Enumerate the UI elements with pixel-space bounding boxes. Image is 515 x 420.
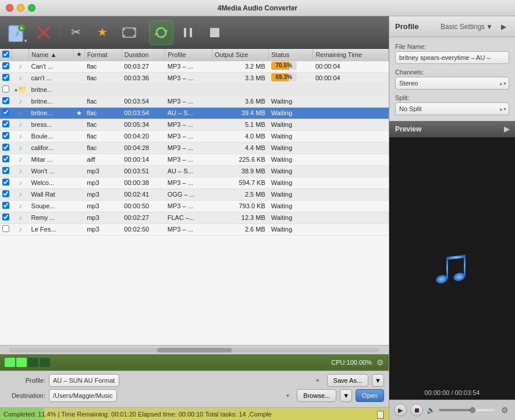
table-row[interactable]: ♪ Mitar ... aiff 00:00:14 MP3 – ... 225.… [0,154,389,165]
row-checkbox-cell[interactable] [0,223,12,235]
row-checkbox[interactable] [2,179,9,186]
col-duration[interactable]: Duration [122,49,165,60]
stop-preview-button[interactable]: ⏹ [410,404,423,417]
table-row[interactable]: ♪ britne... ★ flac 00:03:54 AU – S... 39… [0,107,389,119]
row-duration: 00:00:14 [122,154,165,165]
split-select-wrap[interactable]: No Split [395,102,509,115]
row-checkbox-cell[interactable] [0,177,12,188]
table-row[interactable]: ♪ Welco... mp3 00:00:38 MP3 – ... 594.7 … [0,177,389,188]
basic-settings-button[interactable]: Basic Settings ▼ [441,23,493,31]
profile-row: Profile: AU – SUN AU Format Save As... ▼ [5,374,384,387]
browse-button[interactable]: Browse... [297,389,336,402]
remove-button[interactable] [31,20,56,45]
video-button[interactable] [117,20,141,45]
close-button[interactable] [6,4,13,12]
row-checkbox[interactable] [2,225,9,232]
maximize-button[interactable] [28,4,35,12]
row-checkbox[interactable] [2,132,9,139]
table-row[interactable]: ♪ Le Fes... mp3 00:02:50 MP3 – ... 2.6 M… [0,223,389,235]
col-name[interactable]: Name ▲ [29,49,74,60]
col-remaining[interactable]: Remaining Time [313,49,389,60]
table-row[interactable]: ♪ Can't ... flac 00:03:27 MP3 – ... 3.2 … [0,60,389,72]
cut-button[interactable]: ✂ [63,20,88,45]
file-table-container[interactable]: Name ▲ ★ Format Duration Profile Output … [0,49,389,345]
right-panel-expand-button[interactable]: ▶ [498,21,509,33]
row-checkbox-cell[interactable] [0,60,12,72]
row-checkbox-cell[interactable] [0,212,12,223]
row-checkbox-cell[interactable] [0,154,12,165]
horizontal-scrollbar[interactable] [0,345,389,354]
row-checkbox-cell[interactable] [0,95,12,107]
row-checkbox-cell[interactable] [0,107,12,119]
row-checkbox[interactable] [2,155,9,162]
row-checkbox[interactable] [2,97,9,104]
play-button[interactable]: ▶ [394,404,407,417]
window-controls[interactable] [6,4,35,12]
row-checkbox[interactable] [2,86,9,92]
col-format[interactable]: Format [84,49,122,60]
col-profile[interactable]: Profile [165,49,212,60]
split-select[interactable]: No Split [395,102,509,115]
table-row[interactable]: ♪ Soupe... mp3 00:00:50 MP3 – ... 793.0 … [0,200,389,212]
row-status: Waiting [269,165,313,177]
browse-dropdown-button[interactable]: ▼ [340,389,352,402]
favorites-button[interactable]: ★ [90,20,115,45]
row-checkbox-cell[interactable] [0,200,12,212]
save-as-button[interactable]: Save As... [327,374,369,387]
file-name-input[interactable] [395,51,509,64]
save-dropdown-button[interactable]: ▼ [372,374,384,387]
row-checkbox-cell[interactable] [0,165,12,177]
profile-select-wrap[interactable]: AU – SUN AU Format [49,374,324,387]
row-checkbox[interactable] [2,74,9,81]
row-checkbox[interactable] [2,109,9,116]
row-checkbox-cell[interactable] [0,84,12,95]
table-row[interactable]: ●📁 britne... [0,84,389,95]
table-row[interactable]: ♪ Won't ... mp3 00:03:51 AU – S... 38.9 … [0,165,389,177]
row-checkbox-cell[interactable] [0,188,12,200]
channels-select-wrap[interactable]: Stereo [395,77,509,90]
table-row[interactable]: ♪ Boule... flac 00:04:20 MP3 – ... 4.0 M… [0,130,389,142]
row-checkbox-cell[interactable] [0,142,12,154]
row-checkbox[interactable] [2,62,9,69]
table-row[interactable]: ♪ Remy ... mp3 00:02:27 FLAC –... 12.3 M… [0,212,389,223]
table-row[interactable]: ♪ califor... flac 00:04:28 MP3 – ... 4.4… [0,142,389,154]
profile-select[interactable]: AU – SUN AU Format [49,374,119,387]
row-checkbox[interactable] [2,144,9,151]
destination-select-wrap[interactable]: /Users/Maggie/Music [49,389,293,402]
row-checkbox[interactable] [2,167,9,174]
log-icon[interactable]: 📋 [375,410,385,419]
table-row[interactable]: ♪ britne... flac 00:03:54 MP3 – ... 3.6 … [0,95,389,107]
preview-expand-button[interactable]: ▶ [504,125,509,133]
col-output-size[interactable]: Output Size [212,49,268,60]
add-file-button[interactable]: ♪ + ▼ [5,20,29,45]
pause-button[interactable] [176,20,200,45]
volume-thumb[interactable] [470,407,475,413]
row-checkbox[interactable] [2,120,9,127]
col-status[interactable]: Status [269,49,313,60]
row-checkbox-cell[interactable] [0,72,12,84]
row-checkbox[interactable] [2,213,9,220]
table-row[interactable]: ♪ can't ... flac 00:03:36 MP3 – ... 3.3 … [0,72,389,84]
row-checkbox[interactable] [2,202,9,209]
profile-tab[interactable]: Profile [395,22,418,31]
row-star [73,95,84,107]
volume-slider[interactable] [439,409,495,411]
convert-button[interactable] [149,20,173,45]
channels-select[interactable]: Stereo [395,77,509,90]
minimize-button[interactable] [17,4,24,12]
table-row[interactable]: ♪ bress... flac 00:05:34 MP3 – ... 5.1 M… [0,119,389,130]
table-row[interactable]: ♪ Wall Rat mp3 00:02:41 OGG – ... 2.5 MB… [0,188,389,200]
row-profile: OGG – ... [165,188,212,200]
destination-select[interactable]: /Users/Maggie/Music [49,389,117,402]
row-name: califor... [29,142,74,154]
stop-button[interactable] [203,20,227,45]
open-button[interactable]: Open [356,389,384,402]
row-checkbox-cell[interactable] [0,119,12,130]
scroll-track[interactable] [9,348,379,353]
preview-settings-icon[interactable]: ⚙ [499,404,510,416]
scroll-thumb[interactable] [157,348,231,353]
cpu-settings-icon[interactable]: ⚙ [377,358,384,367]
select-all-checkbox[interactable] [2,51,9,58]
row-checkbox-cell[interactable] [0,130,12,142]
row-checkbox[interactable] [2,190,9,197]
